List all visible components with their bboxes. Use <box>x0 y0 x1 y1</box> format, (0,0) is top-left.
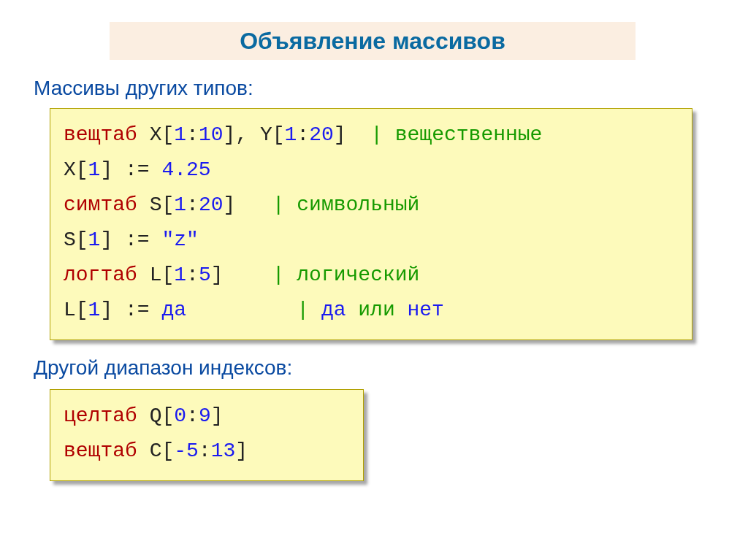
keyword: симтаб <box>64 193 137 216</box>
code-text: ] := <box>100 299 161 321</box>
slide-title: Объявление массивов <box>240 28 505 55</box>
code-text: Q[ <box>137 404 174 427</box>
code-line: целтаб Q[0:9] <box>64 399 350 434</box>
code-text: : <box>186 404 199 427</box>
number: 0 <box>174 404 186 427</box>
title-bar: Объявление массивов <box>110 22 636 60</box>
code-text: S[ <box>64 229 88 251</box>
comment: или <box>346 299 408 321</box>
code-text: L[ <box>64 299 88 321</box>
subheading-other-types: Массивы других типов: <box>34 77 253 100</box>
number: 1 <box>174 123 186 146</box>
keyword: логтаб <box>64 264 137 286</box>
code-text: : <box>297 123 309 146</box>
code-text: ] <box>334 123 370 146</box>
code-text: : <box>186 123 199 146</box>
code-line: X[1] := 4.25 <box>64 153 679 188</box>
code-line: симтаб S[1:20] | символьный <box>64 188 679 223</box>
code-line: S[1] := "z" <box>64 223 679 258</box>
code-box-types: вещтаб X[1:10], Y[1:20] | вещественные X… <box>50 108 692 340</box>
number: 20 <box>199 193 224 216</box>
code-text: ] := <box>100 229 161 251</box>
number: 1 <box>88 229 101 251</box>
code-line: вещтаб X[1:10], Y[1:20] | вещественные <box>64 118 679 153</box>
code-text <box>186 299 297 321</box>
code-text: X[ <box>137 123 174 146</box>
code-text: X[ <box>64 158 88 181</box>
boolean-literal: нет <box>408 299 444 321</box>
number: 1 <box>88 299 101 321</box>
code-text: S[ <box>137 193 174 216</box>
code-line: логтаб L[1:5] | логический <box>64 258 679 293</box>
number: 1 <box>88 158 101 181</box>
subheading-index-range: Другой диапазон индексов: <box>34 356 292 380</box>
number: 10 <box>199 123 224 146</box>
code-text: ] <box>211 404 224 427</box>
keyword: вещтаб <box>64 440 137 462</box>
code-line: вещтаб C[-5:13] <box>64 434 350 469</box>
number: 5 <box>199 264 211 286</box>
slide: Объявление массивов Массивы других типов… <box>0 0 748 560</box>
code-text: ], Y[ <box>223 123 284 146</box>
number: 13 <box>211 440 236 462</box>
code-box-ranges: целтаб Q[0:9] вещтаб C[-5:13] <box>50 389 364 481</box>
code-line: L[1] := да | да или нет <box>64 293 679 328</box>
comment: | символьный <box>272 193 420 216</box>
string-literal: "z" <box>161 229 198 251</box>
number: 9 <box>199 404 211 427</box>
keyword: целтаб <box>64 404 137 427</box>
comment: | логический <box>272 264 420 286</box>
code-text: ] <box>235 440 248 462</box>
boolean-literal: да <box>321 299 346 321</box>
comment: | вещественные <box>370 123 542 146</box>
keyword: вещтаб <box>64 123 137 146</box>
code-text: L[ <box>137 264 174 286</box>
comment: | <box>297 299 321 321</box>
code-text: : <box>199 440 211 462</box>
code-text: C[ <box>137 440 174 462</box>
number: 1 <box>174 193 186 216</box>
number: 4.25 <box>161 158 210 181</box>
code-text: : <box>186 264 199 286</box>
number: 1 <box>174 264 186 286</box>
code-text: ] := <box>100 158 161 181</box>
number: 20 <box>309 123 334 146</box>
code-text: ] <box>223 193 272 216</box>
number: -5 <box>174 440 199 462</box>
number: 1 <box>285 123 297 146</box>
code-text: : <box>186 193 199 216</box>
code-text: ] <box>211 264 272 286</box>
boolean-literal: да <box>161 299 186 321</box>
